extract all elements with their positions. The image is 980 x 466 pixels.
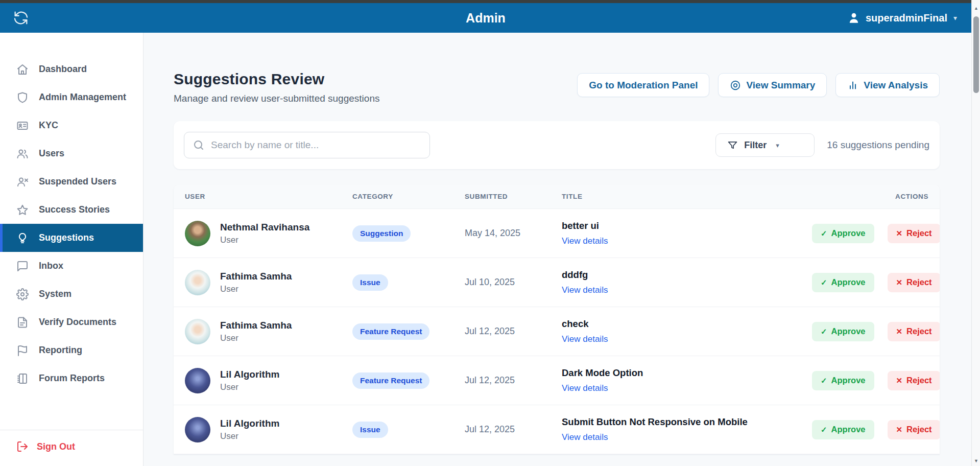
avatar — [185, 270, 210, 295]
category-badge: Suggestion — [352, 225, 411, 242]
submitted-date: Jul 12, 2025 — [465, 326, 562, 337]
eye-target-icon — [730, 80, 741, 91]
sidebar-item-kyc[interactable]: KYC — [0, 111, 143, 139]
log-out-icon — [16, 440, 29, 453]
app-logo-sync-icon — [12, 9, 30, 27]
document-icon — [16, 316, 29, 329]
submitted-date: Jul 10, 2025 — [465, 277, 562, 288]
approve-button[interactable]: ✓Approve — [812, 371, 874, 390]
page-header-title: Admin — [466, 11, 506, 26]
view-details-link[interactable]: View details — [562, 383, 608, 393]
pending-count-label: 16 suggestions pending — [827, 139, 929, 151]
sidebar-item-system[interactable]: System — [0, 280, 143, 308]
column-header-user: USER — [185, 193, 352, 200]
moderation-button-label: Go to Moderation Panel — [589, 80, 698, 91]
sidebar-item-inbox[interactable]: Inbox — [0, 252, 143, 280]
analysis-button-label: View Analysis — [864, 80, 928, 91]
category-badge: Issue — [352, 274, 388, 291]
sign-out-button[interactable]: Sign Out — [16, 440, 143, 453]
sign-out-label: Sign Out — [37, 441, 75, 452]
sidebar-item-forum-reports[interactable]: Forum Reports — [0, 364, 143, 392]
user-role: User — [220, 431, 279, 441]
suggestion-title: dddfg — [562, 269, 812, 281]
id-card-icon — [16, 120, 29, 132]
vertical-scrollbar[interactable]: ▲ ▼ — [971, 0, 980, 466]
approve-label: Approve — [831, 425, 866, 434]
approve-button[interactable]: ✓Approve — [812, 224, 874, 243]
approve-label: Approve — [831, 327, 866, 336]
reject-button[interactable]: ✕Reject — [888, 371, 940, 390]
sidebar-item-success-stories[interactable]: Success Stories — [0, 196, 143, 224]
approve-button[interactable]: ✓Approve — [812, 322, 874, 341]
sidebar-item-verify-documents[interactable]: Verify Documents — [0, 308, 143, 336]
go-to-moderation-panel-button[interactable]: Go to Moderation Panel — [577, 73, 709, 97]
user-role: User — [220, 382, 279, 392]
search-input[interactable] — [184, 132, 430, 158]
sidebar-item-dashboard[interactable]: Dashboard — [0, 55, 143, 83]
search-icon — [193, 139, 205, 153]
scroll-up-arrow[interactable]: ▲ — [972, 4, 980, 12]
sidebar-item-label: Suggestions — [39, 232, 94, 243]
view-details-link[interactable]: View details — [562, 285, 608, 295]
shield-icon — [16, 91, 29, 104]
reject-button[interactable]: ✕Reject — [888, 322, 940, 341]
view-details-link[interactable]: View details — [562, 432, 608, 442]
approve-button[interactable]: ✓Approve — [812, 273, 874, 292]
main-content: Suggestions Review Manage and review use… — [144, 33, 971, 466]
category-badge: Feature Request — [352, 323, 429, 340]
scrollbar-thumb[interactable] — [973, 16, 979, 93]
suggestion-title: Dark Mode Option — [562, 367, 812, 379]
table-row: Lil Algorithm User Issue Jul 12, 2025 Su… — [174, 405, 940, 454]
reject-label: Reject — [906, 228, 932, 238]
x-icon: ✕ — [896, 327, 903, 336]
scroll-down-arrow[interactable]: ▼ — [972, 456, 980, 465]
star-icon — [16, 204, 29, 216]
sidebar-item-users[interactable]: Users — [0, 139, 143, 168]
sidebar-item-label: Admin Management — [39, 92, 126, 103]
view-analysis-button[interactable]: View Analysis — [835, 73, 940, 97]
reject-button[interactable]: ✕Reject — [888, 273, 940, 292]
sidebar-item-suspended-users[interactable]: Suspended Users — [0, 168, 143, 196]
view-summary-button[interactable]: View Summary — [718, 73, 827, 97]
view-details-link[interactable]: View details — [562, 236, 608, 246]
sidebar-item-label: System — [39, 289, 71, 299]
sidebar-item-admin-management[interactable]: Admin Management — [0, 83, 143, 111]
column-header-actions: ACTIONS — [812, 193, 928, 200]
user-avatar-icon — [847, 11, 861, 25]
user-name: Lil Algorithm — [220, 418, 279, 429]
sidebar-item-label: Verify Documents — [39, 317, 116, 328]
suggestion-title: check — [562, 318, 812, 330]
table-header-row: USER CATEGORY SUBMITTED TITLE ACTIONS — [174, 184, 940, 209]
sidebar-item-suggestions[interactable]: Suggestions — [0, 224, 143, 252]
check-icon: ✓ — [821, 229, 827, 238]
suggestion-title: better ui — [562, 220, 812, 231]
reject-label: Reject — [906, 277, 932, 287]
user-menu[interactable]: superadminFinal ▾ — [847, 11, 957, 25]
flag-icon — [16, 344, 29, 357]
toolbar-card: Filter ▾ 16 suggestions pending — [174, 121, 940, 169]
sidebar-item-label: Inbox — [39, 261, 63, 271]
sidebar-item-reporting[interactable]: Reporting — [0, 336, 143, 364]
page-title: Suggestions Review — [174, 71, 379, 88]
check-icon: ✓ — [821, 327, 827, 336]
filter-dropdown[interactable]: Filter ▾ — [715, 133, 815, 157]
column-header-category: CATEGORY — [352, 193, 465, 200]
view-details-link[interactable]: View details — [562, 334, 608, 344]
message-icon — [16, 260, 29, 272]
reject-button[interactable]: ✕Reject — [888, 420, 940, 439]
x-icon: ✕ — [896, 278, 903, 287]
chevron-down-icon: ▾ — [953, 14, 957, 22]
avatar — [185, 221, 210, 246]
table-row: Lil Algorithm User Feature Request Jul 1… — [174, 356, 940, 405]
check-icon: ✓ — [821, 425, 827, 434]
user-name: Lil Algorithm — [220, 369, 279, 380]
column-header-title: TITLE — [562, 193, 812, 200]
lightbulb-icon — [16, 232, 29, 244]
approve-button[interactable]: ✓Approve — [812, 420, 874, 439]
reject-button[interactable]: ✕Reject — [888, 224, 940, 243]
avatar — [185, 319, 210, 344]
suggestion-title: Submit Button Not Responsive on Mobile — [562, 416, 812, 428]
reject-label: Reject — [906, 376, 932, 385]
approve-label: Approve — [831, 277, 866, 287]
filter-label: Filter — [744, 140, 767, 151]
